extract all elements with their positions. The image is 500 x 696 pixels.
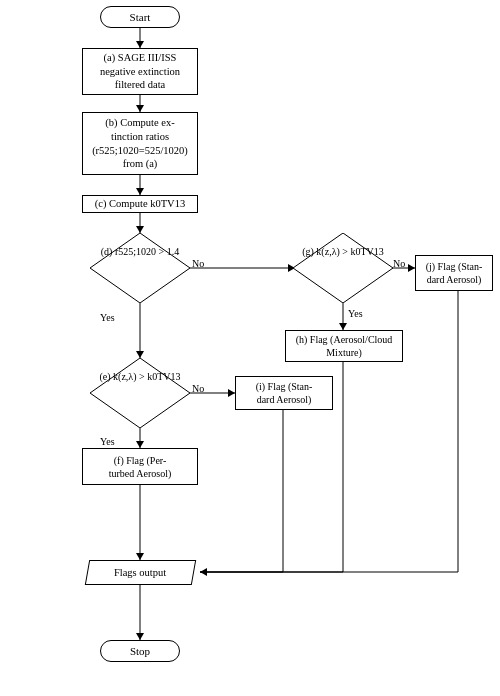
svg-marker-19 [136, 441, 144, 448]
svg-marker-17 [228, 389, 235, 397]
svg-marker-15 [339, 323, 347, 330]
label-g-no: No [393, 258, 405, 269]
label-e-yes: Yes [100, 436, 115, 447]
label-g-yes: Yes [348, 308, 363, 319]
svg-marker-13 [408, 264, 415, 272]
svg-marker-32 [293, 233, 393, 303]
label-e-no: No [192, 383, 204, 394]
svg-marker-11 [136, 351, 144, 358]
box-i: (i) Flag (Stan- dard Aerosol) [235, 376, 333, 410]
diamond-g: (g) k(z,λ) > k0TV13 [293, 233, 393, 303]
svg-marker-7 [136, 226, 144, 233]
stop-box: Stop [100, 640, 180, 662]
diamond-d: (d) r525;1020 > 1.4 [90, 233, 190, 303]
svg-marker-30 [136, 633, 144, 640]
label-d-yes: Yes [100, 312, 115, 323]
box-f: (f) Flag (Per- turbed Aerosol) [82, 448, 198, 485]
step-a-box: (a) SAGE III/ISS negative extinction fil… [82, 48, 198, 95]
label-d-no: No [192, 258, 204, 269]
arrows-layer [0, 0, 500, 696]
svg-marker-1 [136, 41, 144, 48]
box-h: (h) Flag (Aerosol/Cloud Mixture) [285, 330, 403, 362]
svg-marker-5 [136, 188, 144, 195]
svg-marker-33 [90, 358, 190, 428]
svg-marker-3 [136, 105, 144, 112]
flowchart-diagram: Start (a) SAGE III/ISS negative extincti… [0, 0, 500, 696]
diamond-e: (e) k(z,λ) > k0TV13 [90, 358, 190, 428]
svg-marker-31 [90, 233, 190, 303]
step-b-box: (b) Compute ex- tinction ratios (r525;10… [82, 112, 198, 175]
step-c-box: (c) Compute k0TV13 [82, 195, 198, 213]
svg-marker-24 [200, 568, 207, 576]
flags-output-box: Flags output [85, 560, 196, 585]
start-box: Start [100, 6, 180, 28]
svg-marker-21 [136, 553, 144, 560]
box-j: (j) Flag (Stan- dard Aerosol) [415, 255, 493, 291]
